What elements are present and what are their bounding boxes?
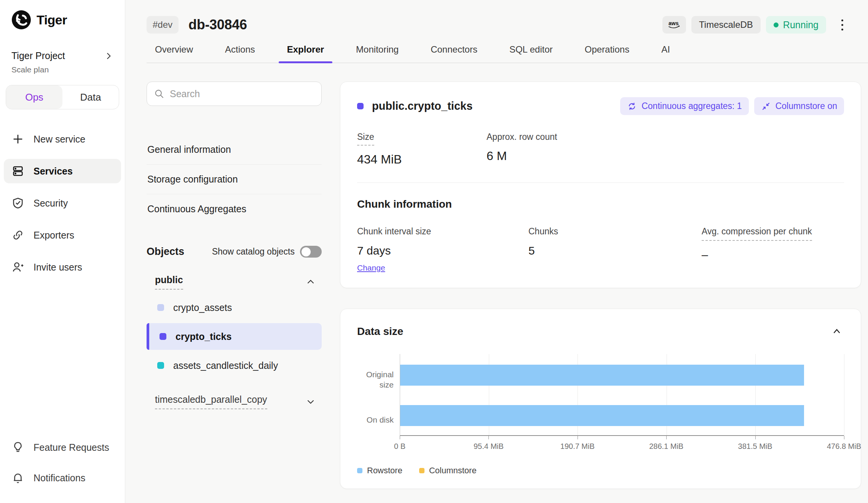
- chunk-interval-value: 7 days: [357, 244, 528, 257]
- nav-storage-configuration[interactable]: Storage configuration: [147, 164, 322, 194]
- x-tick: 190.7 MiB: [560, 442, 595, 451]
- nav-general-information[interactable]: General information: [147, 135, 322, 164]
- chunks-value: 5: [528, 244, 702, 257]
- project-switcher-button[interactable]: Tiger Project: [11, 50, 113, 61]
- badge-label: Columnstore on: [775, 101, 837, 111]
- tab-actions[interactable]: Actions: [217, 44, 263, 62]
- objects-tree: public crypto_assets crypto_ticks assets…: [147, 272, 322, 409]
- table-name: crypto_assets: [173, 302, 232, 313]
- stat-avg-compression: Avg. compression per chunk –: [702, 226, 844, 272]
- lightbulb-icon: [11, 441, 24, 454]
- sidebar-item-label: Security: [34, 198, 68, 209]
- brand-name: Tiger: [37, 13, 67, 27]
- tab-sql-editor[interactable]: SQL editor: [501, 44, 561, 62]
- table-color-icon: [157, 304, 164, 311]
- table-name: crypto_ticks: [176, 331, 231, 342]
- search-input[interactable]: [170, 88, 314, 99]
- tab-explorer[interactable]: Explorer: [279, 44, 332, 62]
- legend-label: Rowstore: [367, 466, 402, 476]
- objects-heading: Objects: [147, 246, 184, 258]
- status-text: Running: [783, 19, 819, 30]
- schema-row-timescaledb-parallel-copy[interactable]: timescaledb_parallel_copy: [147, 394, 322, 409]
- aws-logo-icon: aws: [667, 19, 681, 30]
- status-badge: Running: [766, 16, 826, 34]
- service-title: db-30846: [188, 17, 247, 33]
- size-value: 434 MiB: [357, 152, 487, 167]
- project-name: Tiger Project: [11, 50, 65, 61]
- brand-logo-row[interactable]: Tiger: [0, 0, 125, 30]
- chart-plot-area: [400, 354, 844, 436]
- chart-x-axis: 0 B 95.4 MiB 190.7 MiB 286.1 MiB 381.5 M…: [400, 436, 844, 456]
- schema-name: public: [155, 274, 183, 290]
- chevron-down-icon: [306, 397, 316, 407]
- x-tick: 0 B: [394, 442, 405, 451]
- search-box: [147, 82, 322, 106]
- tab-ai[interactable]: AI: [653, 44, 678, 62]
- table-card-badges: Continuous aggregates: 1 Columnstore on: [620, 97, 844, 115]
- services-icon: [11, 165, 24, 178]
- project-plan: Scale plan: [11, 65, 113, 74]
- compress-icon: [761, 101, 771, 111]
- sidebar-item-label: Feature Requests: [34, 442, 109, 453]
- table-name: assets_candlestick_daily: [173, 360, 278, 371]
- change-link[interactable]: Change: [357, 263, 385, 272]
- sidebar-item-services[interactable]: Services: [4, 159, 121, 183]
- kebab-menu-button[interactable]: [834, 16, 850, 34]
- legend-rowstore[interactable]: Rowstore: [357, 466, 402, 476]
- header-right: aws TimescaleDB Running: [662, 16, 850, 34]
- collapse-chevron-up-icon[interactable]: [830, 324, 844, 339]
- stat-size: Size 434 MiB: [357, 132, 487, 167]
- row-count-value: 6 M: [487, 149, 616, 163]
- chunks-label: Chunks: [528, 226, 558, 236]
- chevron-right-icon: [104, 51, 113, 61]
- sidebar-item-security[interactable]: Security: [4, 191, 121, 215]
- explorer-panel: General information Storage configuratio…: [147, 82, 322, 489]
- nav-continuous-aggregates[interactable]: Continuous Aggregates: [147, 194, 322, 224]
- schema-row-public[interactable]: public: [147, 272, 322, 292]
- legend-label: Columnstore: [429, 466, 477, 476]
- columnstore-badge[interactable]: Columnstore on: [754, 97, 844, 115]
- columnstore-swatch-icon: [419, 468, 424, 473]
- tiger-logo-icon: [11, 10, 31, 30]
- tree-item-crypto-assets[interactable]: crypto_assets: [147, 294, 322, 321]
- badge-label: Continuous aggregates: 1: [641, 101, 742, 111]
- catalog-toggle-switch[interactable]: [300, 246, 322, 258]
- mode-ops[interactable]: Ops: [6, 85, 62, 109]
- chart-card-header: Data size: [357, 324, 844, 339]
- legend-columnstore[interactable]: Columnstore: [419, 466, 477, 476]
- chart-category-label: Original size: [357, 369, 394, 390]
- chart-category-label: On disk: [357, 410, 394, 431]
- sidebar-item-notifications[interactable]: Notifications: [4, 466, 121, 490]
- explorer-nav-list: General information Storage configuratio…: [147, 135, 322, 224]
- schema-name: timescaledb_parallel_copy: [155, 394, 267, 409]
- sidebar-item-label: Services: [34, 166, 73, 177]
- sidebar-nav: New service Services Security Exporters …: [0, 127, 125, 279]
- mode-data[interactable]: Data: [62, 85, 119, 109]
- sidebar-item-new-service[interactable]: New service: [4, 127, 121, 151]
- tab-operations[interactable]: Operations: [576, 44, 638, 62]
- search-icon: [154, 88, 164, 99]
- explorer-content: General information Storage configuratio…: [125, 63, 868, 489]
- x-tick: 95.4 MiB: [474, 442, 504, 451]
- x-tick: 286.1 MiB: [649, 442, 683, 451]
- tree-item-crypto-ticks[interactable]: crypto_ticks: [147, 323, 322, 350]
- tab-monitoring[interactable]: Monitoring: [348, 44, 407, 62]
- sidebar-item-exporters[interactable]: Exporters: [4, 223, 121, 247]
- sidebar-item-label: Exporters: [34, 230, 74, 241]
- bell-icon: [11, 471, 24, 484]
- refresh-icon: [627, 101, 637, 111]
- sidebar-item-invite-users[interactable]: Invite users: [4, 255, 121, 279]
- bar-on-disk: [400, 405, 804, 426]
- tab-connectors[interactable]: Connectors: [422, 44, 486, 62]
- chevron-up-icon: [306, 277, 316, 287]
- continuous-aggregates-badge[interactable]: Continuous aggregates: 1: [620, 97, 748, 115]
- plus-icon: [11, 133, 24, 146]
- sidebar-item-feature-requests[interactable]: Feature Requests: [4, 435, 121, 460]
- chunk-interval-label: Chunk interval size: [357, 226, 431, 236]
- tree-item-assets-candlestick-daily[interactable]: assets_candlestick_daily: [147, 352, 322, 379]
- chunk-info-heading: Chunk information: [357, 198, 844, 210]
- table-info-card: public.crypto_ticks Continuous aggregate…: [340, 82, 861, 288]
- tab-overview[interactable]: Overview: [147, 44, 201, 62]
- data-size-card: Data size Original size On disk: [340, 309, 861, 489]
- chunk-stats-grid: Chunk interval size 7 days Change Chunks…: [357, 226, 844, 272]
